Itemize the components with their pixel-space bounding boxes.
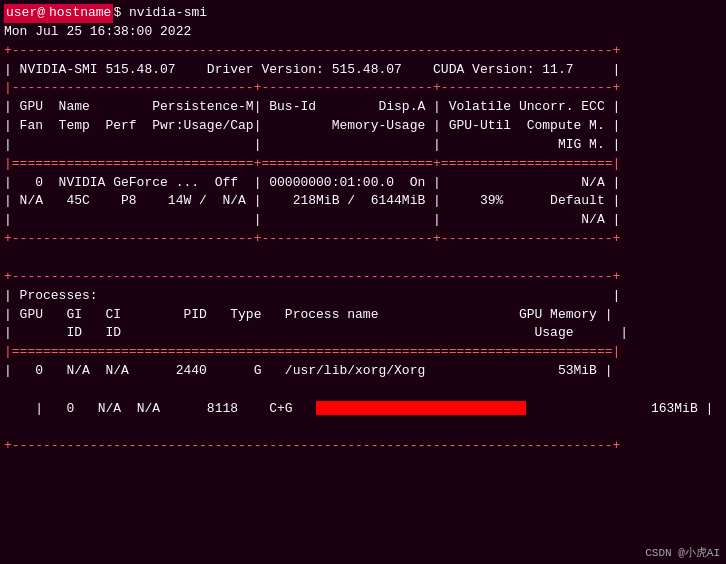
- proc-row2-suffix: 163MiB |: [526, 401, 713, 416]
- gpu-header1: | GPU Name Persistence-M| Bus-Id Disp.A …: [0, 98, 726, 117]
- proc-row2-prefix: | 0 N/A N/A 8118 C+G: [35, 401, 316, 416]
- border-bot: +-------------------------------+-------…: [0, 230, 726, 249]
- border-mid1: |-------------------------------+-------…: [0, 79, 726, 98]
- border-top: +---------------------------------------…: [0, 42, 726, 61]
- proc-row1: | 0 N/A N/A 2440 G /usr/lib/xorg/Xorg 53…: [0, 362, 726, 381]
- proc-border-bot: +---------------------------------------…: [0, 437, 726, 456]
- timestamp-line: Mon Jul 25 16:38:00 2022: [0, 23, 726, 42]
- empty-line: [0, 249, 726, 268]
- prompt-symbol: $ nvidia-smi: [113, 4, 207, 23]
- eq-line2: |=======================================…: [0, 343, 726, 362]
- watermark: CSDN @小虎AI: [645, 545, 720, 560]
- proc-col-header: | GPU GI CI PID Type Process name GPU Me…: [0, 306, 726, 325]
- gpu-header3: | | | MIG M. |: [0, 136, 726, 155]
- proc-header: | Processes: |: [0, 287, 726, 306]
- eq-line1: |===============================+=======…: [0, 155, 726, 174]
- nvidia-smi-version: | NVIDIA-SMI 515.48.07 Driver Version: 5…: [0, 61, 726, 80]
- username: user@: [4, 4, 47, 23]
- gpu0-row3: | | | N/A |: [0, 211, 726, 230]
- gpu0-row1: | 0 NVIDIA GeForce ... Off | 00000000:01…: [0, 174, 726, 193]
- proc-col-id: | ID ID Usage |: [0, 324, 726, 343]
- redacted-bar: [316, 401, 526, 415]
- prompt-line: user@hostname $ nvidia-smi: [0, 4, 726, 23]
- gpu-header2: | Fan Temp Perf Pwr:Usage/Cap| Memory-Us…: [0, 117, 726, 136]
- hostname: hostname: [47, 4, 113, 23]
- proc-border-top: +---------------------------------------…: [0, 268, 726, 287]
- terminal: user@hostname $ nvidia-smi Mon Jul 25 16…: [0, 0, 726, 564]
- proc-row2: | 0 N/A N/A 8118 C+G 163MiB |: [0, 381, 726, 438]
- gpu0-row2: | N/A 45C P8 14W / N/A | 218MiB / 6144Mi…: [0, 192, 726, 211]
